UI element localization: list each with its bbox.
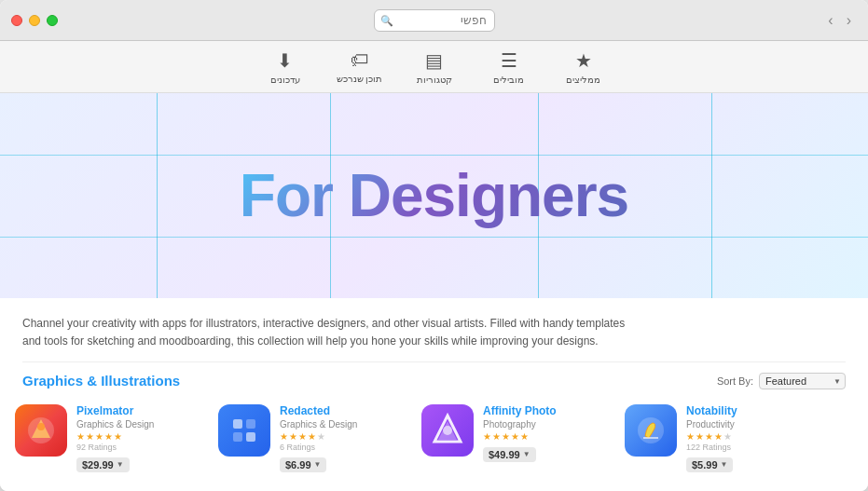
notability-icon-svg [632, 412, 669, 449]
app-name-pixelmator[interactable]: Pixelmator [76, 404, 211, 419]
price-text-affinity: $49.99 [489, 449, 520, 460]
app-price-redacted[interactable]: $6.99 ▼ [280, 457, 326, 472]
star2: ★ [696, 431, 704, 442]
app-name-affinity[interactable]: Affinity Photo [483, 404, 617, 419]
app-icon-notability[interactable] [625, 404, 677, 457]
star2: ★ [289, 431, 297, 442]
maximize-button[interactable] [47, 15, 58, 26]
app-name-redacted[interactable]: Redacted [280, 404, 414, 419]
nav-label-purchased: עדכונים [270, 75, 300, 85]
top-charts-icon: ☰ [501, 49, 517, 72]
app-name-notability[interactable]: Notability [686, 404, 820, 419]
app-icon-redacted[interactable] [218, 404, 270, 457]
sort-container: Sort By: Featured Name Price Release Dat… [717, 372, 846, 389]
app-ratings-notability: 122 Ratings [686, 443, 820, 452]
app-ratings-redacted: 6 Ratings [280, 443, 414, 452]
app-card-notability: Notability Productivity ★ ★ ★ ★ ★ 122 Ra… [625, 404, 820, 472]
app-stars-notability: ★ ★ ★ ★ ★ [686, 431, 820, 442]
price-chevron-redacted: ▼ [314, 460, 322, 469]
app-info-notability: Notability Productivity ★ ★ ★ ★ ★ 122 Ra… [686, 404, 820, 472]
star3: ★ [502, 431, 510, 442]
price-text-pixelmator: $29.99 [82, 459, 114, 471]
back-button[interactable]: ‹ [822, 10, 838, 31]
nav-item-purchased[interactable]: ⬇ עדכונים [248, 41, 323, 93]
price-chevron-pixelmator: ▼ [117, 460, 124, 469]
star1: ★ [686, 431, 695, 442]
star4: ★ [511, 431, 519, 442]
svg-rect-5 [246, 432, 255, 442]
app-stars-affinity: ★ ★ ★ ★ ★ [483, 431, 617, 442]
star1: ★ [280, 431, 288, 442]
traffic-lights [11, 15, 58, 26]
sort-wrapper: Featured Name Price Release Date [759, 372, 846, 389]
tag-icon: 🏷 [351, 49, 369, 71]
price-text-notability: $5.99 [692, 459, 718, 471]
price-chevron-notability: ▼ [721, 460, 728, 469]
svg-rect-2 [233, 419, 242, 429]
section-header: Graphics & Illustrations Sort By: Featur… [0, 362, 868, 397]
app-icon-pixelmator[interactable] [15, 404, 67, 457]
nav-item-featured[interactable]: ★ ממליצים [546, 41, 621, 93]
star3: ★ [298, 431, 307, 442]
hero-banner: For Designers [0, 93, 868, 298]
app-category-pixelmator: Graphics & Design [76, 419, 211, 430]
nav-item-categories[interactable]: ▤ קטגוריות [397, 41, 472, 93]
app-category-redacted: Graphics & Design [280, 419, 414, 430]
star3: ★ [95, 431, 103, 442]
pixelmator-icon-svg [22, 412, 60, 449]
star-icon: ★ [575, 49, 592, 72]
toolbar-nav: ⬇ עדכונים 🏷 תוכן שנרכש ▤ קטגוריות ☰ מובי… [0, 41, 868, 93]
app-stars-pixelmator: ★ ★ ★ ★ ★ [76, 431, 211, 442]
app-info-affinity: Affinity Photo Photography ★ ★ ★ ★ ★ $49… [483, 404, 617, 462]
star1: ★ [76, 431, 85, 442]
download-icon: ⬇ [277, 49, 293, 72]
main-content: For Designers Channel your creativity wi… [0, 93, 868, 491]
minimize-button[interactable] [29, 15, 40, 26]
svg-point-6 [443, 426, 452, 435]
star5: ★ [114, 431, 122, 442]
search-icon-wrap: 🔍 [374, 9, 495, 32]
app-category-notability: Productivity [686, 419, 820, 430]
nav-label-featured: ממליצים [566, 75, 600, 85]
affinity-icon-svg [429, 412, 466, 449]
nav-label-categories: קטגוריות [417, 75, 452, 85]
nav-arrows: ‹ › [822, 10, 857, 31]
nav-label-purchased2: תוכן שנרכש [337, 74, 383, 84]
app-ratings-pixelmator: 92 Ratings [76, 443, 211, 452]
app-price-pixelmator[interactable]: $29.99 ▼ [76, 457, 130, 472]
app-card-redacted: Redacted Graphics & Design ★ ★ ★ ★ ★ 6 R… [218, 404, 414, 472]
app-price-notability[interactable]: $5.99 ▼ [686, 457, 733, 472]
sort-select[interactable]: Featured Name Price Release Date [759, 373, 846, 389]
title-bar: 🔍 ‹ › [0, 0, 868, 41]
categories-icon: ▤ [425, 49, 443, 72]
app-info-redacted: Redacted Graphics & Design ★ ★ ★ ★ ★ 6 R… [280, 404, 414, 472]
search-icon: 🔍 [380, 14, 393, 26]
price-chevron-affinity: ▼ [523, 450, 530, 458]
app-category-affinity: Photography [483, 419, 617, 430]
hero-title: For Designers [240, 161, 628, 230]
star4: ★ [308, 431, 316, 442]
description-text: Channel your creativity with apps for il… [0, 298, 653, 361]
star3: ★ [705, 431, 713, 442]
star4: ★ [104, 431, 113, 442]
app-icon-affinity[interactable] [421, 404, 474, 457]
star2: ★ [86, 431, 94, 442]
apps-row: Pixelmator Graphics & Design ★ ★ ★ ★ ★ 9… [0, 397, 868, 487]
nav-item-purchased2[interactable]: 🏷 תוכן שנרכש [323, 41, 397, 93]
app-price-affinity[interactable]: $49.99 ▼ [483, 447, 536, 462]
sort-label: Sort By: [717, 375, 753, 387]
star5: ★ [317, 431, 325, 442]
section-title: Graphics & Illustrations [22, 373, 180, 389]
app-info-pixelmator: Pixelmator Graphics & Design ★ ★ ★ ★ ★ 9… [76, 404, 211, 472]
app-window: 🔍 ‹ › ⬇ עדכונים 🏷 תוכן שנרכש ▤ קטגוריות … [0, 0, 868, 491]
nav-item-top-charts[interactable]: ☰ מובילים [472, 41, 546, 93]
star2: ★ [492, 431, 501, 442]
star5: ★ [723, 431, 732, 442]
app-card-affinity: Affinity Photo Photography ★ ★ ★ ★ ★ $49… [421, 404, 617, 472]
svg-point-1 [37, 423, 45, 430]
star1: ★ [483, 431, 491, 442]
nav-label-top-charts: מובילים [493, 75, 524, 85]
close-button[interactable] [11, 15, 22, 26]
star5: ★ [520, 431, 529, 442]
forward-button[interactable]: › [841, 10, 857, 31]
